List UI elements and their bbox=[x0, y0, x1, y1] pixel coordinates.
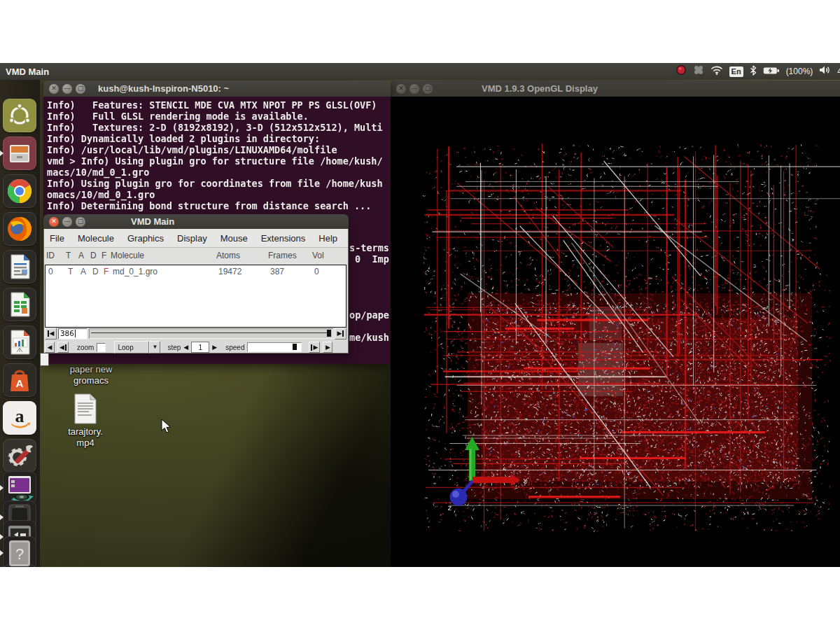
terminal-output-fragment: op/pape bbox=[349, 309, 389, 321]
menu-file[interactable]: File bbox=[50, 233, 64, 244]
column-header-molecule: Molecule bbox=[111, 251, 144, 260]
terminal-output-line: Info) Using plugin gro for coordinates f… bbox=[47, 178, 383, 189]
launcher-item-libreoffice-calc[interactable] bbox=[3, 288, 36, 321]
window-resize-grip[interactable] bbox=[40, 353, 49, 366]
minimize-icon[interactable]: — bbox=[410, 84, 419, 94]
terminal-output-line: omacs/10/md_0_1.gro bbox=[47, 189, 383, 200]
frame-slider-track[interactable] bbox=[89, 328, 333, 339]
minimize-icon[interactable]: — bbox=[62, 217, 72, 227]
vmd-main-body: FileMoleculeGraphicsDisplayMouseExtensio… bbox=[43, 229, 349, 354]
launcher-item-libreoffice-writer[interactable] bbox=[3, 250, 36, 284]
keyboard-layout-indicator[interactable]: En bbox=[729, 66, 743, 77]
molecular-scene-canvas[interactable] bbox=[391, 97, 840, 567]
close-icon[interactable]: ✕ bbox=[396, 84, 406, 94]
terminal-output-fragment: s-terms bbox=[349, 242, 389, 253]
molecule-list[interactable]: 0TADFmd_0_1.gro194723870 bbox=[45, 265, 346, 328]
help-app-icon: ? bbox=[4, 537, 36, 567]
desktop-icon-paper-new-gromacs[interactable]: paper newgromacs bbox=[55, 364, 127, 386]
firefox-browser-icon bbox=[4, 213, 36, 245]
desktop-icon-tarajtory-mp4[interactable]: tarajtory.mp4 bbox=[49, 393, 122, 449]
frame-number-input[interactable]: 386 bbox=[58, 328, 88, 340]
terminal-titlebar[interactable]: ✕ — ▢ kush@kush-Inspiron-N5010: ~ bbox=[43, 80, 391, 97]
battery-charging-icon[interactable] bbox=[763, 65, 780, 78]
menu-display[interactable]: Display bbox=[177, 233, 207, 244]
step-label: step bbox=[167, 344, 181, 351]
step-value-box[interactable]: 1 bbox=[191, 342, 209, 353]
wifi-icon[interactable] bbox=[710, 65, 723, 78]
close-icon[interactable]: ✕ bbox=[49, 217, 59, 227]
running-indicator-icon bbox=[0, 550, 4, 556]
shutter-icon[interactable] bbox=[693, 65, 704, 78]
libreoffice-writer-icon bbox=[4, 251, 36, 283]
jump-to-end-button[interactable]: ▶ bbox=[335, 328, 346, 340]
launcher-item-amazon[interactable]: a bbox=[3, 401, 36, 435]
speed-label: speed bbox=[225, 344, 244, 351]
terminal-output-line: Info) Textures: 2-D (8192x8192), 3-D (51… bbox=[47, 122, 383, 133]
launcher-item-chrome-browser[interactable] bbox=[3, 174, 36, 208]
terminal-output-line: Info) Full GLSL rendering mode is availa… bbox=[47, 111, 383, 122]
frame-slider-handle[interactable] bbox=[327, 330, 331, 337]
maximize-icon[interactable]: ▢ bbox=[76, 84, 85, 94]
record-indicator-icon[interactable] bbox=[676, 64, 687, 78]
vmd-menubar: FileMoleculeGraphicsDisplayMouseExtensio… bbox=[44, 229, 348, 248]
chevron-down-icon[interactable]: ▼ bbox=[149, 341, 160, 354]
cell-d: D bbox=[92, 267, 99, 276]
opengl-viewport[interactable] bbox=[391, 97, 840, 567]
table-row[interactable]: 0TADFmd_0_1.gro194723870 bbox=[46, 265, 346, 278]
speed-slider-handle[interactable] bbox=[293, 344, 297, 350]
menu-extensions[interactable]: Extensions bbox=[261, 233, 306, 244]
mouse-cursor bbox=[161, 419, 172, 433]
volume-icon[interactable] bbox=[819, 65, 831, 78]
step-increase-button[interactable]: ▶ bbox=[212, 344, 217, 351]
launcher-item-ubuntu-dash[interactable] bbox=[3, 99, 36, 132]
vmd-main-titlebar[interactable]: ✕ — ▢ VMD Main bbox=[43, 214, 349, 229]
media-window-app-icon bbox=[4, 472, 36, 504]
system-settings-icon bbox=[4, 440, 36, 472]
menu-mouse[interactable]: Mouse bbox=[220, 233, 248, 244]
step-back-button[interactable]: ◀ bbox=[57, 342, 69, 353]
ubuntu-software-center-icon: A bbox=[4, 364, 36, 396]
cell-molecule: md_0_1.gro bbox=[113, 267, 158, 276]
launcher-item-ubuntu-software-center[interactable]: A bbox=[3, 363, 36, 397]
vmd-main-title: VMD Main bbox=[131, 216, 174, 227]
cell-f: F bbox=[104, 267, 108, 276]
file-manager-icon bbox=[4, 137, 36, 169]
clock-partial-text: 4 bbox=[837, 66, 840, 76]
opengl-titlebar[interactable]: ✕ — ▢ VMD 1.9.3 OpenGL Display bbox=[391, 80, 840, 97]
active-app-title: VMD Main bbox=[6, 66, 49, 77]
svg-text:a: a bbox=[15, 406, 24, 426]
launcher-item-trash[interactable] bbox=[3, 564, 36, 567]
step-decrease-button[interactable]: ◀ bbox=[183, 344, 188, 351]
menu-molecule[interactable]: Molecule bbox=[78, 233, 114, 244]
close-icon[interactable]: ✕ bbox=[49, 84, 59, 94]
maximize-icon[interactable]: ▢ bbox=[423, 84, 433, 94]
minimize-icon[interactable]: — bbox=[62, 84, 72, 94]
cell-vol: 0 bbox=[314, 267, 319, 276]
bluetooth-icon[interactable] bbox=[750, 65, 757, 78]
chrome-browser-icon bbox=[4, 175, 36, 207]
menu-graphics[interactable]: Graphics bbox=[127, 233, 164, 244]
step-forward-button[interactable]: ▶ bbox=[309, 342, 320, 353]
cell-id: 0 bbox=[48, 267, 53, 276]
cell-a: A bbox=[80, 267, 86, 276]
loop-dropdown[interactable]: Loop ▼ bbox=[114, 341, 160, 354]
launcher-item-firefox-browser[interactable] bbox=[3, 212, 36, 246]
ubuntu-dash-icon bbox=[4, 99, 36, 132]
maximize-icon[interactable]: ▢ bbox=[76, 217, 85, 227]
zoom-checkbox[interactable] bbox=[97, 343, 106, 352]
launcher-item-file-manager[interactable] bbox=[3, 136, 36, 170]
launcher-item-system-settings[interactable] bbox=[3, 439, 36, 472]
speed-slider-track[interactable] bbox=[247, 342, 302, 352]
jump-to-start-button[interactable]: ◀ bbox=[45, 328, 57, 340]
play-reverse-button[interactable]: ◀ bbox=[45, 342, 55, 353]
play-button[interactable]: ▶ bbox=[323, 342, 332, 353]
launcher-item-libreoffice-impress[interactable] bbox=[3, 326, 36, 359]
frame-slider-row: ◀ 386 ▶ bbox=[45, 327, 346, 340]
launcher-item-media-window-app[interactable] bbox=[3, 471, 36, 505]
system-tray: En (100%) 4 bbox=[676, 63, 840, 80]
menu-help[interactable]: Help bbox=[318, 233, 337, 244]
column-header-atoms: Atoms bbox=[216, 251, 240, 260]
libreoffice-calc-icon bbox=[4, 288, 36, 321]
terminal-output-line: Info) Dynamically loaded 2 plugins in di… bbox=[47, 133, 383, 144]
launcher-item-help-app[interactable]: ? bbox=[3, 536, 36, 567]
